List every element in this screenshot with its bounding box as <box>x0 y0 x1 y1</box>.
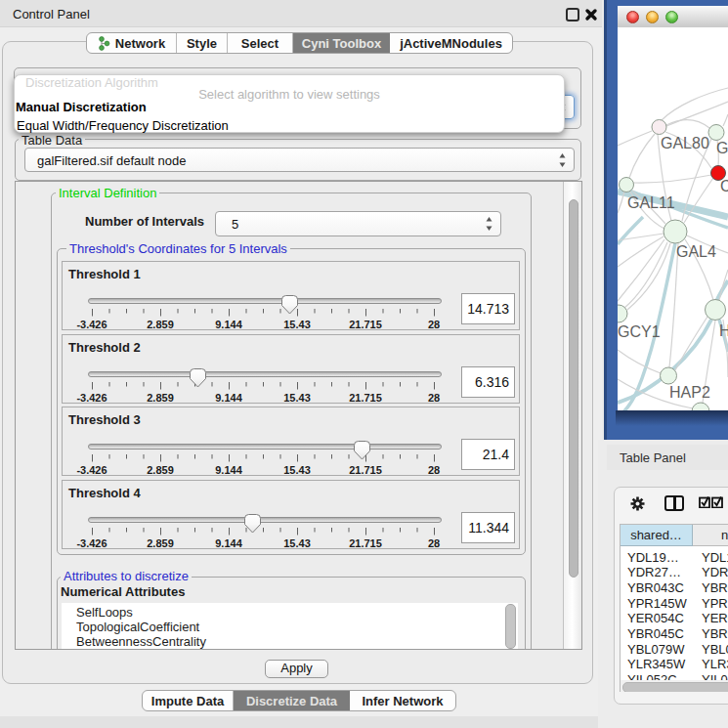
svg-text:GAL80: GAL80 <box>661 135 709 151</box>
svg-text:HAP2: HAP2 <box>669 384 710 401</box>
svg-text:CY: CY <box>720 178 728 194</box>
svg-text:GAL4: GAL4 <box>676 243 716 260</box>
svg-text:HA: HA <box>719 322 728 339</box>
svg-text:GA: GA <box>716 140 728 156</box>
svg-text:GCY1: GCY1 <box>618 323 661 340</box>
svg-text:GAL11: GAL11 <box>627 194 675 211</box>
